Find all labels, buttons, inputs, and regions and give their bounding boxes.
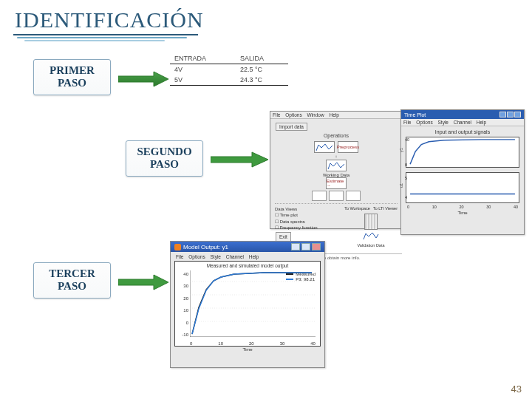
menu-item[interactable]: Options <box>285 112 301 117</box>
y-tick: 30 <box>177 284 188 288</box>
slide-title: IDENTIFICACIÓN <box>15 7 204 33</box>
working-data-icon[interactable] <box>326 160 347 171</box>
close-icon[interactable] <box>312 243 321 250</box>
validation-data-label: Validation Data <box>344 243 398 249</box>
model-slot[interactable] <box>346 191 361 201</box>
y-axis: 40 30 20 10 0 -10 <box>177 272 188 337</box>
page-number: 43 <box>511 383 522 395</box>
chart-title: Measured and simulated model output <box>175 263 320 268</box>
ident-tool-window: File Options Window Help Import data Ope… <box>270 111 403 229</box>
y-tick: 20 <box>177 296 188 301</box>
model-slots <box>275 191 398 201</box>
x-tick: 40 <box>514 205 518 209</box>
preprocess-dropdown[interactable]: Preprocess <box>338 141 358 153</box>
io-plot-window: Time Plot File Options Style Channel Hel… <box>400 109 525 235</box>
menu-item[interactable]: File <box>176 254 183 259</box>
menu-item[interactable]: Help <box>249 254 259 259</box>
y-tick: -10 <box>177 332 188 337</box>
trash-icon[interactable] <box>364 214 378 230</box>
menu-item[interactable]: Window <box>307 112 324 117</box>
menu-bar[interactable]: File Options Style Channel Help <box>174 254 321 259</box>
menu-item[interactable]: Help <box>329 112 338 117</box>
checkbox-label[interactable]: Data spectra <box>280 219 305 224</box>
checkbox-label[interactable]: Time plot <box>280 213 298 217</box>
validation-data-icon[interactable] <box>362 231 380 242</box>
to-label: To LTI Viewer <box>373 206 398 212</box>
x-label: Time <box>174 347 321 352</box>
svg-marker-2 <box>118 275 168 290</box>
cell: 22.5 °C <box>236 64 288 75</box>
x-tick: 20 <box>249 341 254 346</box>
x-tick: 10 <box>218 341 223 346</box>
window-title-bar[interactable]: Model Output: y1 <box>171 242 324 252</box>
step-segundo-paso: SEGUNDO PASO <box>126 140 203 177</box>
maximize-icon[interactable] <box>301 243 310 250</box>
data-icon[interactable] <box>314 141 335 153</box>
output-signal-chart: y1 40 0 <box>406 137 519 168</box>
menu-bar[interactable]: File Options Window Help <box>270 112 402 119</box>
th-salida: SALIDA <box>236 53 288 64</box>
model-output-window: Model Output: y1 File Options Style Chan… <box>170 241 325 368</box>
arrow-right-icon <box>118 70 170 88</box>
data-views-label: Data Views <box>275 206 318 212</box>
model-slot[interactable] <box>329 191 344 201</box>
y-tick: 4 <box>405 195 407 200</box>
menu-item[interactable]: Style <box>211 254 221 259</box>
menu-item[interactable]: Options <box>416 120 432 125</box>
menu-item[interactable]: File <box>273 112 280 117</box>
menu-item[interactable]: Style <box>438 120 449 125</box>
window-title: Model Output: y1 <box>183 244 228 250</box>
model-slot[interactable] <box>312 191 327 201</box>
x-tick: 0 <box>407 205 409 209</box>
th-entrada: ENTRADA <box>170 53 236 64</box>
x-axis-ticks: 0 10 20 30 40 <box>406 205 519 209</box>
menu-item[interactable]: Channel <box>454 120 471 125</box>
cell: 4V <box>170 64 236 75</box>
step-line: PASO <box>58 77 86 89</box>
minimize-icon[interactable] <box>499 112 506 117</box>
x-tick: 20 <box>459 205 463 209</box>
minimize-icon[interactable] <box>291 243 300 250</box>
exit-button[interactable]: Exit <box>276 232 291 242</box>
menu-bar[interactable]: File Options Style Channel Help <box>401 119 524 126</box>
y-tick: 0 <box>405 163 407 167</box>
operations-label: Operations <box>275 133 398 138</box>
menu-item[interactable]: Channel <box>226 254 244 259</box>
close-icon[interactable] <box>514 112 521 117</box>
input-signal-chart: u1 5 4 <box>406 172 519 203</box>
y-tick: 40 <box>405 137 409 142</box>
svg-marker-1 <box>211 152 268 167</box>
step-line: SEGUNDO <box>137 146 191 157</box>
x-axis: 0 10 20 30 40 <box>190 341 316 346</box>
model-output-chart: Measured and simulated model output Meas… <box>174 261 321 347</box>
cell: 24.3 °C <box>236 75 288 86</box>
plot-title: Input and output signals <box>406 129 519 134</box>
arrow-right-icon <box>211 151 270 168</box>
step-line: PRIMER <box>50 64 95 76</box>
window-title: Time Plot <box>404 112 426 117</box>
to-label: To Workspace <box>344 206 370 212</box>
step-line: PASO <box>58 280 86 292</box>
app-icon <box>174 244 181 250</box>
maximize-icon[interactable] <box>507 112 514 117</box>
step-line: PASO <box>150 158 179 170</box>
y-tick: 40 <box>177 272 188 276</box>
step-primer-paso: PRIMER PASO <box>33 59 111 95</box>
title-underline <box>13 34 205 41</box>
cell: 5V <box>170 75 236 86</box>
menu-item[interactable]: File <box>403 120 411 125</box>
menu-item[interactable]: Options <box>188 254 205 259</box>
checkbox-label[interactable]: Frequency function <box>280 225 318 230</box>
x-label: Time <box>406 211 519 215</box>
y-tick: 0 <box>177 321 188 325</box>
x-tick: 30 <box>280 341 285 346</box>
step-line: TERCER <box>49 267 95 279</box>
estimate-dropdown[interactable]: Estimate → <box>326 177 347 189</box>
menu-item[interactable]: Help <box>477 120 486 125</box>
window-title-bar[interactable]: Time Plot <box>401 110 524 119</box>
x-tick: 10 <box>432 205 437 209</box>
step-tercer-paso: TERCER PASO <box>33 262 111 299</box>
x-tick: 0 <box>190 341 192 346</box>
svg-marker-0 <box>118 72 168 86</box>
import-data-button[interactable]: Import data <box>276 123 307 131</box>
